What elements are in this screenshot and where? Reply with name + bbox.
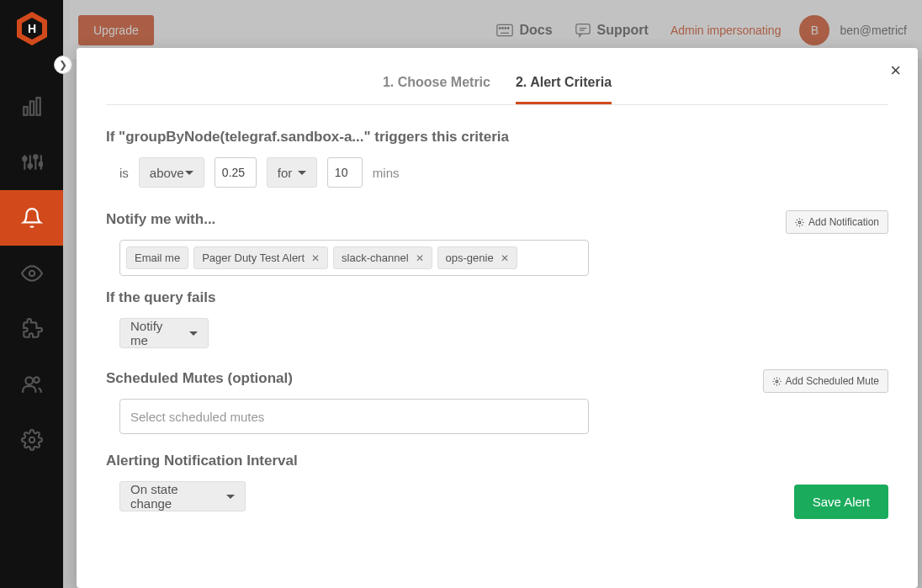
tab-alert-criteria[interactable]: 2. Alert Criteria xyxy=(516,75,612,104)
condition-select[interactable]: above xyxy=(139,157,204,188)
sliders-icon xyxy=(21,151,43,173)
svg-text:H: H xyxy=(27,22,35,35)
svg-rect-5 xyxy=(36,98,40,115)
svg-point-12 xyxy=(34,155,37,158)
app-logo: H xyxy=(13,10,50,47)
sidebar-item-integrations[interactable] xyxy=(0,301,63,357)
mutes-title: Scheduled Mutes (optional) xyxy=(106,370,293,387)
add-notification-label: Add Notification xyxy=(808,216,879,228)
notification-tags[interactable]: Email me ✕ Pager Duty Test Alert ✕ slack… xyxy=(119,240,589,276)
query-fails-title: If the query fails xyxy=(106,289,888,306)
tag-label: Pager Duty Test Alert xyxy=(202,252,305,264)
add-scheduled-mute-label: Add Scheduled Mute xyxy=(786,375,879,387)
save-alert-button[interactable]: Save Alert xyxy=(794,485,888,519)
svg-point-13 xyxy=(39,162,42,166)
tag-remove-icon[interactable]: ✕ xyxy=(501,252,509,264)
sidebar-item-alerts[interactable] xyxy=(0,190,63,246)
tag-label: Email me xyxy=(135,252,180,264)
close-icon: × xyxy=(890,60,901,81)
tag-label: ops-genie xyxy=(446,252,494,264)
gear-mini-icon xyxy=(795,218,804,227)
add-notification-button[interactable]: Add Notification xyxy=(786,210,888,234)
svg-rect-4 xyxy=(29,102,33,115)
interval-title: Alerting Notification Interval xyxy=(106,453,888,469)
puzzle-icon xyxy=(21,318,43,340)
interval-select[interactable]: On state change xyxy=(119,481,246,511)
svg-rect-3 xyxy=(24,107,27,115)
sidebar-item-users[interactable] xyxy=(0,357,63,412)
tab-choose-metric[interactable]: 1. Choose Metric xyxy=(383,75,490,104)
svg-point-14 xyxy=(29,271,34,277)
sidebar-item-monitoring[interactable] xyxy=(0,246,63,301)
add-scheduled-mute-button[interactable]: Add Scheduled Mute xyxy=(763,369,888,393)
notification-tag[interactable]: Pager Duty Test Alert ✕ xyxy=(193,246,328,269)
bell-icon xyxy=(21,207,43,229)
notify-title: Notify me with... xyxy=(106,211,215,228)
users-icon xyxy=(21,373,43,395)
svg-point-27 xyxy=(798,221,801,224)
duration-input[interactable] xyxy=(327,157,363,188)
modal-tabs: 1. Choose Metric 2. Alert Criteria xyxy=(106,48,888,105)
svg-point-11 xyxy=(28,164,31,167)
sidebar-toggle[interactable]: ❯ xyxy=(54,56,72,74)
chevron-right-icon: ❯ xyxy=(59,59,67,71)
is-label: is xyxy=(119,166,129,180)
svg-point-17 xyxy=(29,437,34,443)
for-select[interactable]: for xyxy=(267,157,317,188)
tag-remove-icon[interactable]: ✕ xyxy=(416,252,424,264)
mins-label: mins xyxy=(373,166,400,180)
alert-criteria-modal: × 1. Choose Metric 2. Alert Criteria If … xyxy=(77,48,918,588)
svg-point-28 xyxy=(776,380,778,383)
svg-point-16 xyxy=(34,377,39,383)
close-button[interactable]: × xyxy=(890,60,901,82)
notification-tag[interactable]: Email me ✕ xyxy=(126,246,188,269)
gear-icon xyxy=(21,429,43,451)
scheduled-mutes-input[interactable] xyxy=(119,399,589,434)
criteria-row: is above for mins xyxy=(106,157,888,188)
query-fails-select[interactable]: Notify me xyxy=(119,318,209,348)
sidebar-item-settings[interactable] xyxy=(0,412,63,468)
svg-point-10 xyxy=(23,157,26,161)
eye-icon xyxy=(21,262,43,284)
gear-mini-icon xyxy=(772,377,782,386)
sidebar-item-metrics[interactable] xyxy=(0,135,63,190)
bar-chart-icon xyxy=(21,96,43,118)
criteria-title: If "groupByNode(telegraf.sandbox-a..." t… xyxy=(106,129,888,146)
sidebar-item-dashboards[interactable] xyxy=(0,79,63,135)
notification-tag[interactable]: ops-genie ✕ xyxy=(437,246,517,269)
sidebar: H xyxy=(0,0,63,588)
svg-point-15 xyxy=(25,377,33,384)
threshold-input[interactable] xyxy=(215,157,257,188)
tag-label: slack-channel xyxy=(342,252,409,264)
tag-remove-icon[interactable]: ✕ xyxy=(311,252,320,264)
notification-tag[interactable]: slack-channel ✕ xyxy=(333,246,432,269)
